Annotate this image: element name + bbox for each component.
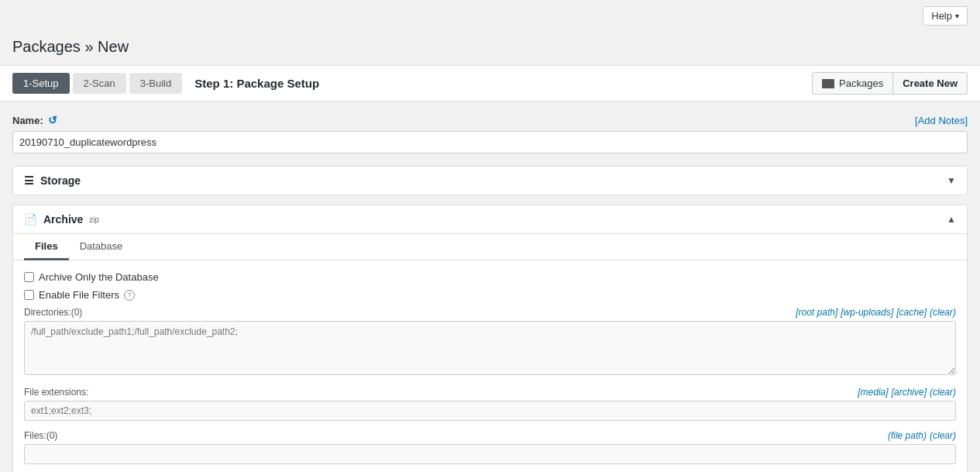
top-bar: Help ▾ (0, 0, 980, 32)
tab-database[interactable]: Database (69, 234, 134, 260)
archive-files-body: Archive Only the Database Enable File Fi… (13, 260, 967, 472)
archive-link[interactable]: [archive] (892, 387, 927, 398)
help-circle-icon[interactable]: ? (124, 290, 135, 301)
directories-clear-link[interactable]: (clear) (930, 307, 956, 318)
enable-filters-checkbox[interactable] (24, 290, 34, 300)
archive-only-row: Archive Only the Database (24, 271, 956, 283)
directories-textarea[interactable] (24, 321, 956, 375)
packages-button[interactable]: Packages (812, 72, 893, 95)
files-label: Files:(0) (24, 430, 57, 441)
step2-button[interactable]: 2-Scan (73, 73, 126, 94)
name-input[interactable] (12, 131, 968, 153)
content-area: Name: ↺ [Add Notes] ☰ Storage ▼ 📄 Archiv… (0, 102, 980, 472)
name-section: Name: ↺ [Add Notes] (12, 114, 968, 153)
enable-filters-row: Enable File Filters ? (24, 289, 956, 301)
file-extensions-field: File extensions: [media] [archive] (clea… (24, 387, 956, 421)
packages-icon (822, 79, 834, 88)
root-path-link[interactable]: [root path] (796, 307, 837, 318)
name-label-left: Name: ↺ (12, 114, 57, 126)
help-chevron-icon: ▾ (955, 12, 959, 20)
storage-header[interactable]: ☰ Storage ▼ (13, 167, 967, 195)
storage-icon: ☰ (24, 174, 34, 187)
archive-header[interactable]: 📄 Archive zip ▲ (13, 205, 967, 233)
files-field: Files:(0) (file path) (clear) (24, 430, 956, 464)
storage-panel: ☰ Storage ▼ (12, 166, 968, 195)
refresh-icon[interactable]: ↺ (48, 114, 57, 126)
current-step-label: Step 1: Package Setup (194, 77, 812, 90)
file-path-link[interactable]: (file path) (888, 430, 927, 441)
help-button[interactable]: Help ▾ (923, 6, 968, 26)
media-link[interactable]: [media] (858, 387, 888, 398)
directories-field: Directories:(0) [root path] [wp-uploads]… (24, 307, 956, 377)
add-notes-link[interactable]: [Add Notes] (915, 115, 968, 126)
storage-title: Storage (40, 174, 81, 187)
file-extensions-links: [media] [archive] (clear) (858, 387, 956, 398)
header-actions: Packages Create New (812, 72, 968, 95)
archive-header-left: 📄 Archive zip (24, 213, 99, 226)
enable-filters-label: Enable File Filters (39, 289, 119, 301)
create-new-button[interactable]: Create New (893, 72, 968, 95)
packages-label: Packages (839, 78, 883, 89)
storage-header-left: ☰ Storage (24, 174, 81, 187)
archive-icon: 📄 (24, 213, 37, 226)
step3-button[interactable]: 3-Build (129, 73, 182, 94)
directories-label-row: Directories:(0) [root path] [wp-uploads]… (24, 307, 956, 318)
archive-panel: 📄 Archive zip ▲ Files Database Archive O… (12, 205, 968, 472)
name-field-label: Name: (12, 115, 43, 126)
archive-chevron-icon: ▲ (947, 214, 956, 225)
step1-button[interactable]: 1-Setup (12, 73, 70, 94)
page-title: Packages » New (0, 32, 980, 65)
zip-badge: zip (89, 215, 99, 224)
directories-links: [root path] [wp-uploads] [cache] (clear) (796, 307, 956, 318)
files-label-row: Files:(0) (file path) (clear) (24, 430, 956, 441)
files-input[interactable] (24, 444, 956, 464)
archive-title: Archive (43, 213, 83, 226)
wp-uploads-link[interactable]: [wp-uploads] (841, 307, 893, 318)
extensions-clear-link[interactable]: (clear) (930, 387, 956, 398)
directories-label: Directories:(0) (24, 307, 82, 318)
storage-chevron-icon: ▼ (947, 175, 956, 186)
file-extensions-label: File extensions: (24, 387, 88, 398)
files-links: (file path) (clear) (888, 430, 956, 441)
archive-only-label: Archive Only the Database (39, 271, 159, 283)
file-extensions-label-row: File extensions: [media] [archive] (clea… (24, 387, 956, 398)
steps-bar: 1-Setup 2-Scan 3-Build Step 1: Package S… (0, 65, 980, 102)
files-clear-link[interactable]: (clear) (930, 430, 956, 441)
cache-link[interactable]: [cache] (896, 307, 927, 318)
archive-body: Files Database Archive Only the Database… (13, 233, 967, 472)
archive-tabs: Files Database (13, 234, 967, 260)
help-label: Help (931, 10, 952, 22)
tab-files[interactable]: Files (24, 234, 69, 260)
archive-only-checkbox[interactable] (24, 272, 34, 282)
file-extensions-input[interactable] (24, 401, 956, 421)
name-label-row: Name: ↺ [Add Notes] (12, 114, 968, 126)
